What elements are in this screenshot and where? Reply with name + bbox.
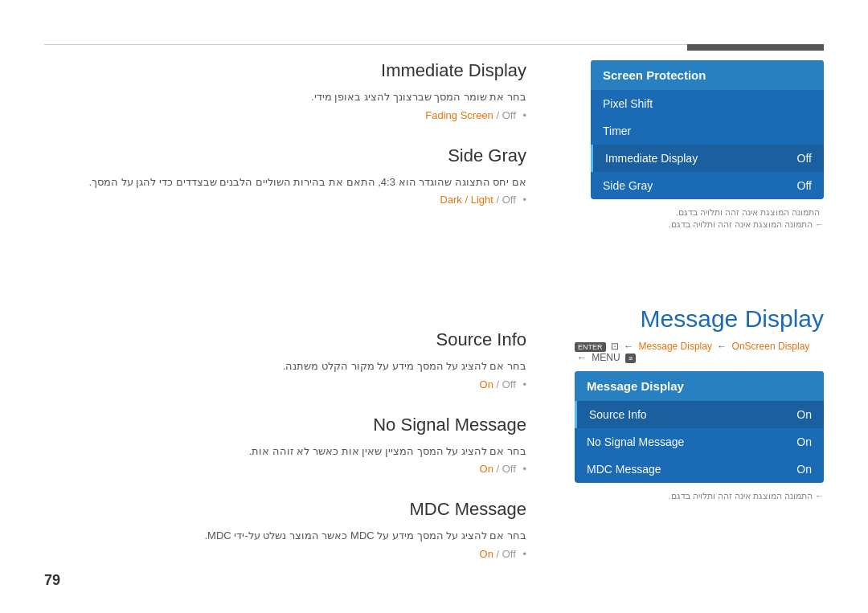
bullet1: • xyxy=(522,109,526,121)
side-gray-desc: אם יחס התצוגה שהוגדר הוא 4:3, התאם את בה… xyxy=(44,174,526,190)
mdc-options: On / Off • xyxy=(44,548,526,560)
side-gray-panel-label: Side Gray xyxy=(603,179,653,192)
screen-protection-header: Screen Protection xyxy=(591,60,824,90)
immediate-display-title: Immediate Display xyxy=(44,60,526,81)
breadcrumb-sep3: ← xyxy=(577,352,587,363)
no-signal-panel-label: No Signal Message xyxy=(587,435,684,448)
immediate-display-section: Immediate Display בחר את שומר המסך שברצו… xyxy=(44,60,526,121)
breadcrumb-sep2: ← xyxy=(717,341,727,352)
breadcrumb-message-display: Message Display xyxy=(639,341,712,352)
message-display-footnote: ← התמונה המוצגת אינה זהה ותלויה בדגם. xyxy=(575,491,824,501)
mdc-panel-item: MDC Message On xyxy=(575,456,824,483)
mdc-panel-label: MDC Message xyxy=(587,463,661,476)
message-display-box: Message Display Source Info On No Signal… xyxy=(575,371,824,483)
source-info-options: On / Off • xyxy=(44,378,526,390)
source-info-panel-item: Source Info On xyxy=(575,401,824,428)
no-signal-desc: בחר אם להציג על המסך המציין שאין אות כאש… xyxy=(44,443,526,460)
no-signal-panel-item: No Signal Message On xyxy=(575,428,824,456)
left-top-section: Immediate Display בחר את שומר המסך שברצו… xyxy=(44,60,526,230)
no-signal-off: / Off xyxy=(496,463,515,475)
immediate-display-panel-value: Off xyxy=(797,152,812,165)
breadcrumb-onscreen: OnScreen Display xyxy=(732,341,810,352)
side-gray-options: Dark / Light / Off • xyxy=(44,194,526,206)
immediate-display-item: Immediate Display Off xyxy=(591,145,824,172)
source-info-section: Source Info בחר אם להציג על המסך מידע על… xyxy=(44,329,526,390)
mdc-panel-value: On xyxy=(796,463,812,476)
no-signal-panel-value: On xyxy=(796,435,812,448)
bullet4: • xyxy=(522,463,526,475)
pixel-shift-item: Pixel Shift xyxy=(591,90,824,117)
side-gray-section: Side Gray אם יחס התצוגה שהוגדר הוא 4:3, … xyxy=(44,145,526,206)
bullet2: • xyxy=(522,194,526,206)
bottom-left-section: Source Info בחר אם להציג על המסך מידע על… xyxy=(44,329,526,584)
side-gray-panel-value: Off xyxy=(797,179,812,192)
immediate-display-panel-label: Immediate Display xyxy=(605,152,698,165)
mdc-on: On xyxy=(480,548,493,560)
side-gray-off-option: / Off xyxy=(496,194,515,206)
source-info-desc: בחר אם להציג על המסך מידע על מקור הקלט מ… xyxy=(44,358,526,374)
side-gray-title: Side Gray xyxy=(44,145,526,166)
enter-icon: ENTER xyxy=(575,342,606,352)
breadcrumb-arrow1: ⊡ xyxy=(611,341,619,352)
page-number: 79 xyxy=(44,572,60,589)
screen-protection-footnote2: ← התמונה המוצגת אינה זהה ותלויה בדגם. xyxy=(591,219,824,230)
message-display-right: Message Display ENTER ⊡ ← Message Displa… xyxy=(575,305,824,501)
mdc-off: / Off xyxy=(496,548,515,560)
mdc-title: MDC Message xyxy=(44,499,526,520)
side-gray-item: Side Gray Off xyxy=(591,172,824,199)
bullet3: • xyxy=(522,378,526,390)
screen-protection-footnote: התמונה המוצגת אינה זהה ותלויה בדגם. xyxy=(591,207,824,218)
screen-protection-box: Screen Protection Pixel Shift Timer Imme… xyxy=(591,60,824,199)
immediate-display-desc: בחר את שומר המסך שברצונך להציג באופן מיד… xyxy=(44,89,526,105)
no-signal-title: No Signal Message xyxy=(44,415,526,435)
source-info-panel-value: On xyxy=(796,408,812,421)
mdc-desc: בחר אם להציג על המסך מידע על MDC כאשר המ… xyxy=(44,528,526,544)
no-signal-options: On / Off • xyxy=(44,463,526,475)
no-signal-section: No Signal Message בחר אם להציג על המסך ה… xyxy=(44,415,526,476)
source-info-title: Source Info xyxy=(44,329,526,350)
screen-protection-panel: Screen Protection Pixel Shift Timer Imme… xyxy=(591,60,824,230)
source-info-off: / Off xyxy=(496,378,515,390)
breadcrumb-menu: MENU xyxy=(592,352,620,363)
fading-screen-option: Fading Screen xyxy=(425,109,493,121)
bullet5: • xyxy=(522,548,526,560)
dark-light-option: Dark / Light xyxy=(440,194,493,206)
message-display-big-title: Message Display xyxy=(575,305,824,333)
no-signal-on: On xyxy=(480,463,493,475)
message-display-panel-header: Message Display xyxy=(575,371,824,401)
source-info-on: On xyxy=(480,378,493,390)
top-bar-accent xyxy=(687,44,824,51)
pixel-shift-label: Pixel Shift xyxy=(603,97,653,110)
menu-icon: ≡ xyxy=(625,353,636,363)
mdc-message-section: MDC Message בחר אם להציג על המסך מידע על… xyxy=(44,499,526,560)
breadcrumb-bar: ENTER ⊡ ← Message Display ← OnScreen Dis… xyxy=(575,341,824,363)
breadcrumb-sep1: ← xyxy=(624,341,633,352)
immediate-off-option: / Off xyxy=(496,109,515,121)
timer-item: Timer xyxy=(591,117,824,145)
timer-label: Timer xyxy=(603,125,631,137)
immediate-display-options: Fading Screen / Off • xyxy=(44,109,526,121)
source-info-panel-label: Source Info xyxy=(589,408,647,421)
